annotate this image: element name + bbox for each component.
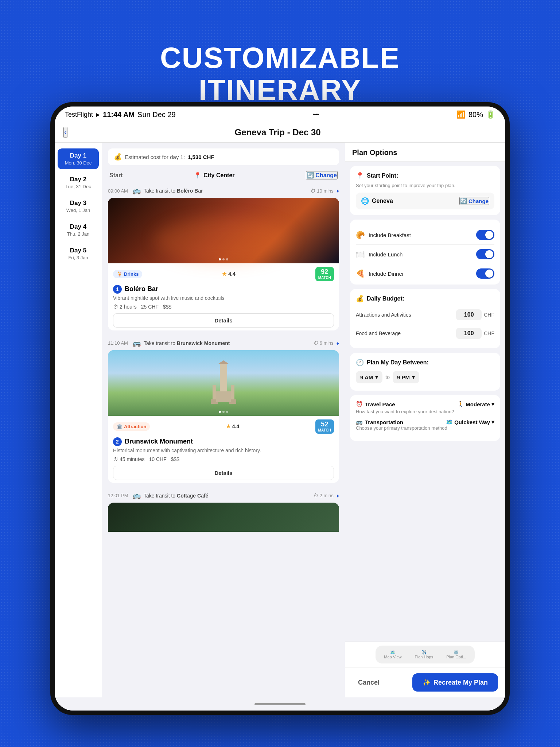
tab-map-view[interactable]: 🗺️ Map View	[377, 647, 408, 662]
svg-rect-1	[216, 391, 231, 402]
price-meta-1: 25 CHF	[141, 304, 159, 310]
venue-name-row-2: 2 Brunswick Monument	[113, 437, 334, 446]
breakfast-label: Include Breakfast	[369, 232, 411, 238]
transit-row-1: 09:00 AM 🚌 Take transit to Boléro Bar ⏱ …	[108, 184, 339, 198]
transit-text-3: Take transit to Cottage Café	[144, 493, 311, 499]
battery-label: 80%	[468, 111, 483, 119]
cost-bar: 💰 Estimated cost for day 1: 1,530 CHF	[108, 148, 339, 165]
dinner-toggle[interactable]	[476, 268, 494, 279]
action-row: Cancel ✨ Recreate My Plan	[345, 667, 505, 697]
day-item-4[interactable]: Day 4 Thu, 2 Jan	[58, 220, 99, 240]
match-badge-1: 92 MATCH	[315, 267, 334, 281]
tab-plan-hops[interactable]: ✈️ Plan Hops	[408, 647, 440, 662]
start-point-icon: 📍	[356, 172, 364, 180]
cost-label: Estimated cost for day 1:	[125, 154, 185, 160]
venue-card-bolero: 🍹 Drinks ★ 4.4 92 MATCH	[108, 198, 339, 330]
transit-time-3: 12:01 PM	[108, 493, 130, 498]
next-venue-partial	[108, 503, 339, 532]
price-level-2: $$$	[171, 456, 179, 462]
meal-row-lunch: 🍽️ Include Lunch	[356, 245, 494, 264]
venue-image-bar	[108, 198, 339, 263]
budget-currency-2: CHF	[484, 330, 494, 336]
time-meta-1: ⏱ 2 hours	[113, 304, 137, 310]
time-from-select[interactable]: 9 AM ▾	[356, 371, 382, 383]
meals-section: 🥐 Include Breakfast 🍽️ Include Lunch	[350, 220, 500, 285]
pace-row: ⏰ Travel Pace 🚶 Moderate ▾	[356, 401, 494, 407]
day-item-1[interactable]: Day 1 Mon, 30 Dec	[58, 148, 99, 169]
budget-title: Daily Budget:	[367, 295, 404, 302]
nav-title: Geneva Trip - Dec 30	[73, 127, 482, 138]
transit-row-2: 11:10 AM 🚌 Take transit to Brunswick Mon…	[108, 336, 339, 350]
budget-value-food[interactable]: 100	[456, 328, 482, 339]
dinner-icon: 🍕	[356, 269, 365, 278]
day-item-2[interactable]: Day 2 Tue, 31 Dec	[58, 172, 99, 193]
sp-change-icon: 🔄	[460, 198, 467, 204]
back-button[interactable]: ‹	[63, 127, 67, 138]
time-to-select[interactable]: 9 PM ▾	[393, 371, 419, 383]
pace-value-select[interactable]: 🚶 Moderate ▾	[457, 401, 494, 407]
match-badge-2: 52 MATCH	[315, 419, 334, 434]
options-tab-label: Plan Opti...	[446, 655, 466, 659]
chevron-down-icon-pace: ▾	[491, 401, 494, 407]
map-tab-icon: 🗺️	[390, 650, 395, 655]
diamond-icon-1: ♦	[337, 188, 339, 194]
lunch-label: Include Lunch	[369, 251, 402, 258]
transit-text-2: Take transit to Brunswick Monument	[144, 340, 311, 346]
ellipsis-icon: •••	[313, 111, 319, 118]
venue-name-row-1: 1 Boléro Bar	[113, 285, 334, 294]
device-screen: TestFlight ▶ 11:44 AM Sun Dec 29 ••• 📶 8…	[55, 107, 505, 711]
tab-plan-options[interactable]: ⚙️ Plan Opti...	[440, 647, 472, 662]
day-item-5[interactable]: Day 5 Fri, 3 Jan	[58, 243, 99, 264]
hops-tab-label: Plan Hops	[415, 655, 433, 659]
pace-value-text: Moderate	[466, 401, 490, 407]
cost-value: 1,530 CHF	[188, 154, 214, 160]
venue-image-monument	[108, 350, 339, 416]
transport-row: 🚌 Transportation 🗺️ Quickest Way ▾	[356, 419, 494, 425]
transit-bus-icon: 🚌	[133, 187, 141, 195]
clock-icon: ⏱	[113, 304, 118, 310]
time-label: 11:44 AM	[103, 111, 135, 119]
price-level-1: $$$	[163, 304, 171, 310]
star-icon-2: ★	[226, 423, 231, 429]
budget-row-food: Food and Beverage 100 CHF	[356, 324, 494, 342]
budget-value-attractions[interactable]: 100	[456, 309, 482, 320]
rating-2: ★ 4.4	[226, 423, 239, 429]
chevron-down-icon-to: ▾	[412, 374, 415, 380]
meal-row-breakfast: 🥐 Include Breakfast	[356, 225, 494, 245]
budget-label-food: Food and Beverage	[356, 330, 456, 336]
transit-duration-1: ⏱ 10 mins	[311, 188, 334, 194]
transport-mode-icon: 🗺️	[446, 419, 453, 425]
home-bar	[55, 697, 505, 711]
sp-value: Geneva	[372, 198, 393, 204]
recreate-button[interactable]: ✨ Recreate My Plan	[412, 673, 498, 692]
home-bar-indicator	[254, 703, 306, 705]
transit-row-3: 12:01 PM 🚌 Take transit to Cottage Café …	[108, 489, 339, 503]
details-button-2[interactable]: Details	[113, 466, 334, 480]
transport-value-select[interactable]: 🗺️ Quickest Way ▾	[446, 419, 494, 425]
venue-name-1: Boléro Bar	[125, 285, 158, 293]
plan-day-title: Plan My Day Between:	[367, 359, 429, 366]
category-badge-attraction: 🏛️ Attraction	[113, 422, 150, 431]
venue-number-2: 2	[113, 437, 122, 446]
days-sidebar: Day 1 Mon, 30 Dec Day 2 Tue, 31 Dec Day …	[55, 143, 102, 697]
start-label: Start	[109, 172, 122, 179]
venue-desc-1: Vibrant nightlife spot with live music a…	[113, 295, 334, 301]
meal-row-dinner: 🍕 Include Dinner	[356, 264, 494, 279]
dinner-label: Include Dinner	[369, 271, 404, 277]
breakfast-toggle[interactable]	[476, 230, 494, 240]
lunch-toggle[interactable]	[476, 249, 494, 259]
diamond-icon-2: ♦	[337, 340, 339, 346]
venue-meta-1: ⏱ 2 hours 25 CHF $$$	[113, 304, 334, 310]
transit-bus-icon-3: 🚌	[133, 492, 141, 500]
time-to-value: 9 PM	[397, 374, 410, 380]
sp-change-button[interactable]: 🔄 Change	[459, 197, 489, 205]
details-button-1[interactable]: Details	[113, 313, 334, 328]
star-icon: ★	[222, 271, 227, 277]
budget-label-attractions: Attractions and Activities	[356, 312, 456, 318]
change-start-button[interactable]: 🔄 Change	[306, 171, 338, 179]
cancel-button[interactable]: Cancel	[352, 674, 385, 691]
venue-info-2: 2 Brunswick Monument Historical monument…	[108, 435, 339, 483]
clock-icon-2: ⏱	[113, 456, 118, 462]
device-frame: TestFlight ▶ 11:44 AM Sun Dec 29 ••• 📶 8…	[50, 102, 510, 715]
day-item-3[interactable]: Day 3 Wed, 1 Jan	[58, 196, 99, 217]
